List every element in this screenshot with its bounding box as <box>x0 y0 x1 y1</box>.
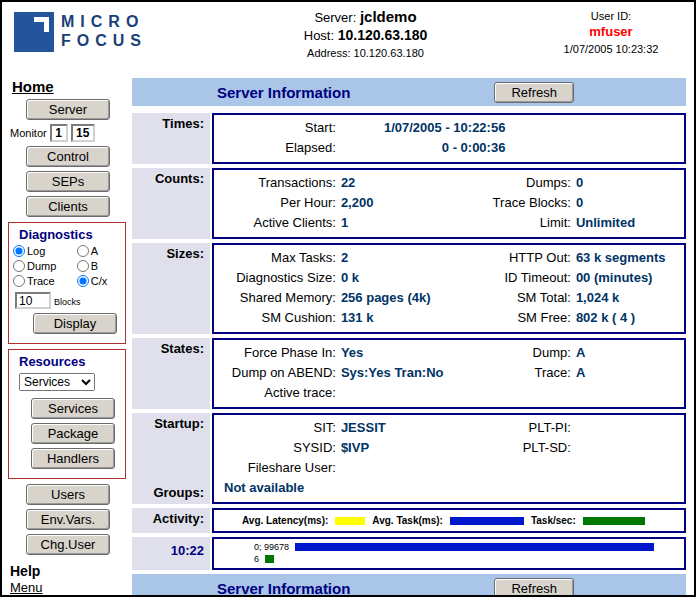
menu-link[interactable]: Menu <box>10 580 130 595</box>
logo-word-micro: MICRO <box>61 12 147 31</box>
sample-values: 0; 99678 <box>254 542 289 552</box>
radio-b[interactable]: B <box>77 260 123 272</box>
field-label: Limit: <box>472 213 575 233</box>
server-name: jcldemo <box>360 8 417 25</box>
field-label: ID Timeout: <box>472 268 575 288</box>
field-label: HTTP Out: <box>472 248 575 268</box>
legend-task-bar <box>450 517 524 525</box>
radio-a[interactable]: A <box>77 245 123 257</box>
seps-button[interactable]: SEPs <box>26 171 110 192</box>
address-label: Address: <box>307 47 350 59</box>
radio-dump-input[interactable] <box>13 260 25 272</box>
activity-sample-box: 0; 99678 6 <box>212 537 686 570</box>
legend-tasksec-bar <box>583 517 645 525</box>
states-label: States: <box>132 338 210 409</box>
refresh-button[interactable]: Refresh <box>494 82 574 103</box>
field-value <box>576 418 684 438</box>
radio-cx-input[interactable] <box>77 275 89 287</box>
radio-log-input[interactable] <box>13 245 25 257</box>
blocks-label: Blocks <box>54 297 81 309</box>
field-label: Per Hour: <box>214 193 341 213</box>
field-label <box>472 458 575 478</box>
radio-trace[interactable]: Trace <box>13 275 77 287</box>
field-label: SM Total: <box>472 288 575 308</box>
display-button[interactable]: Display <box>33 313 117 334</box>
radio-dump[interactable]: Dump <box>13 260 77 272</box>
control-button[interactable]: Control <box>26 146 110 167</box>
field-value: Sys:Yes Tran:No <box>341 363 473 383</box>
footer-refresh-button[interactable]: Refresh <box>494 578 574 597</box>
counts-section: Counts: Transactions: 22 Dumps: 0 Per Ho… <box>132 168 686 239</box>
resources-title: Resources <box>19 354 123 369</box>
legend-tasksec-label: Task/sec: <box>531 515 576 526</box>
field-value: 2,200 <box>341 193 473 213</box>
field-value: 802 k ( 4 ) <box>576 308 684 328</box>
field-value: Unlimited <box>576 213 684 233</box>
tasksec-bar <box>265 555 274 563</box>
host-address: 10.120.63.180 <box>338 27 428 43</box>
field-label: Transactions: <box>214 173 341 193</box>
page-header: MICRO FOCUS Server: jcldemo Host: 10.120… <box>2 2 694 76</box>
field-value: 0 - 0:00:36 <box>341 138 506 158</box>
field-label: Active Clients: <box>214 213 341 233</box>
field-label: SM Free: <box>472 308 575 328</box>
logo-wordmark: MICRO FOCUS <box>61 12 147 50</box>
monitor-row: Monitor <box>10 124 130 142</box>
clients-button[interactable]: Clients <box>26 196 110 217</box>
blocks-input[interactable] <box>15 292 51 309</box>
home-link[interactable]: Home <box>12 78 130 95</box>
activity-legend: Avg. Latency(ms): Avg. Task(ms): Task/se… <box>212 508 686 533</box>
page-title: Server Information <box>217 84 350 101</box>
field-label: Active trace: <box>214 383 341 403</box>
resources-group: Resources Services Services Package Hand… <box>8 349 126 479</box>
sizes-box: Max Tasks: 2 HTTP Out: 63 k segments Dia… <box>212 243 686 334</box>
legend-task-label: Avg. Task(ms): <box>372 515 443 526</box>
field-value: 256 pages (4k) <box>341 288 473 308</box>
field-label: Elapsed: <box>214 138 341 158</box>
diagnostics-group: Diagnostics Log A Dump <box>8 222 126 344</box>
footer-title-bar: Server Information Refresh <box>132 574 686 597</box>
field-value: 1,024 k <box>576 288 684 308</box>
states-box: Force Phase In: Yes Dump: A Dump on ABEN… <box>212 338 686 409</box>
diagnostics-title: Diagnostics <box>19 227 123 242</box>
field-label: Force Phase In: <box>214 343 341 363</box>
field-value: 1 <box>341 213 473 233</box>
startup-label: Startup: <box>154 416 204 431</box>
app-window: MICRO FOCUS Server: jcldemo Host: 10.120… <box>0 0 696 597</box>
field-label: PLT-PI: <box>472 418 575 438</box>
counts-label: Counts: <box>132 168 210 239</box>
states-section: States: Force Phase In: Yes Dump: A Dump… <box>132 338 686 409</box>
field-label: Start: <box>214 118 341 138</box>
main-title-bar: Server Information Refresh <box>132 78 686 106</box>
startup-box: SIT: JESSIT PLT-PI: SYSID: $IVP PLT-SD: … <box>212 413 686 504</box>
radio-log[interactable]: Log <box>13 245 77 257</box>
resources-select[interactable]: Services <box>19 373 95 391</box>
monitor-interval-input[interactable] <box>50 124 68 142</box>
radio-b-input[interactable] <box>77 260 89 272</box>
radio-trace-label: Trace <box>27 275 55 287</box>
field-value: 1/07/2005 - 10:22:56 <box>341 118 506 138</box>
sizes-label: Sizes: <box>132 243 210 334</box>
legend-latency-label: Avg. Latency(ms): <box>242 515 328 526</box>
users-button[interactable]: Users <box>26 484 110 505</box>
package-button[interactable]: Package <box>31 423 115 444</box>
times-label: Times: <box>132 113 210 164</box>
envvars-button[interactable]: Env.Vars. <box>26 509 110 530</box>
services-button[interactable]: Services <box>31 398 115 419</box>
blocks-row: Blocks <box>15 292 123 309</box>
help-label: Help <box>10 563 130 579</box>
footer-title: Server Information <box>217 580 350 597</box>
monitor-count-input[interactable] <box>71 124 95 142</box>
radio-dump-label: Dump <box>27 260 56 272</box>
field-value: 2 <box>341 248 473 268</box>
chguser-button[interactable]: Chg.User <box>26 534 110 555</box>
radio-trace-input[interactable] <box>13 275 25 287</box>
handlers-button[interactable]: Handlers <box>31 448 115 469</box>
diagnostics-radios: Log A Dump B <box>13 245 123 287</box>
activity-label: Activity: <box>132 508 210 533</box>
radio-a-input[interactable] <box>77 245 89 257</box>
server-button[interactable]: Server <box>26 99 110 120</box>
field-value: 0 k <box>341 268 473 288</box>
radio-cx[interactable]: C/x <box>77 275 123 287</box>
field-value: $IVP <box>341 438 473 458</box>
